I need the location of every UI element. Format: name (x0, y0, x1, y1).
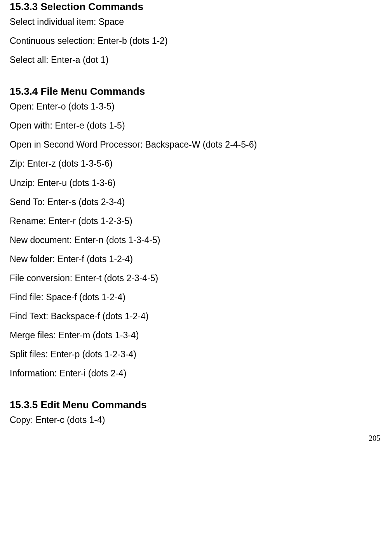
command-item: Open with: Enter-e (dots 1-5) (10, 120, 382, 132)
command-item: Zip: Enter-z (dots 1-3-5-6) (10, 158, 382, 170)
command-item: File conversion: Enter-t (dots 2-3-4-5) (10, 272, 382, 284)
command-item: Open: Enter-o (dots 1-3-5) (10, 101, 382, 113)
command-item: Open in Second Word Processor: Backspace… (10, 139, 382, 151)
command-item: Select all: Enter-a (dot 1) (10, 54, 382, 66)
command-item: Continuous selection: Enter-b (dots 1-2) (10, 35, 382, 47)
command-item: Unzip: Enter-u (dots 1-3-6) (10, 177, 382, 189)
command-item: Select individual item: Space (10, 16, 382, 28)
command-item: Find file: Space-f (dots 1-2-4) (10, 291, 382, 303)
command-item: Information: Enter-i (dots 2-4) (10, 367, 382, 379)
command-item: Merge files: Enter-m (dots 1-3-4) (10, 329, 382, 341)
command-item: Send To: Enter-s (dots 2-3-4) (10, 196, 382, 208)
command-item: New document: Enter-n (dots 1-3-4-5) (10, 234, 382, 246)
command-item: Split files: Enter-p (dots 1-2-3-4) (10, 348, 382, 360)
command-item: Rename: Enter-r (dots 1-2-3-5) (10, 215, 382, 227)
command-item: Copy: Enter-c (dots 1-4) (10, 414, 382, 426)
section-heading: 15.3.4 File Menu Commands (10, 85, 382, 98)
command-item: New folder: Enter-f (dots 1-2-4) (10, 253, 382, 265)
section-heading: 15.3.5 Edit Menu Commands (10, 398, 382, 412)
command-item: Find Text: Backspace-f (dots 1-2-4) (10, 310, 382, 322)
section-heading: 15.3.3 Selection Commands (10, 0, 382, 14)
